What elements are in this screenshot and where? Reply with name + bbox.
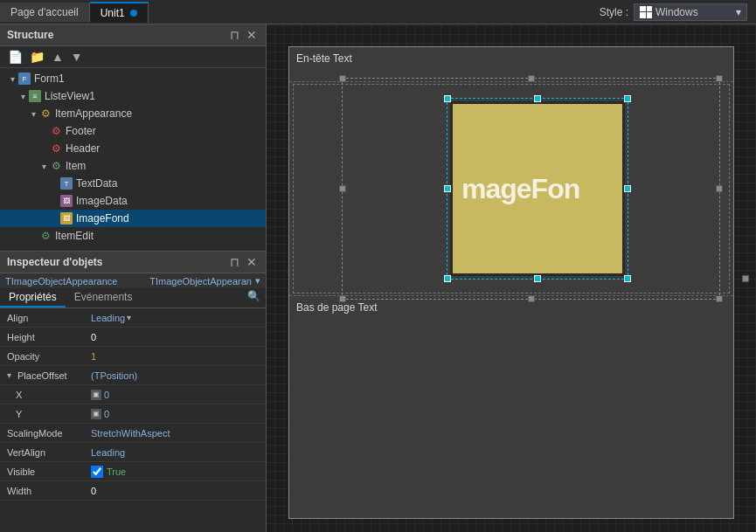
inspector-type-label: TImageObjectAppearance xyxy=(5,276,117,287)
pin-button[interactable]: ⊓ xyxy=(228,28,241,42)
prop-value-width[interactable]: 0 xyxy=(87,484,266,498)
tree-item-form1[interactable]: ▾ F Form1 xyxy=(0,70,266,87)
tab-accueil[interactable]: Page d'accueil xyxy=(0,3,90,22)
folder-button[interactable]: 📁 xyxy=(27,49,47,65)
expand-item[interactable]: ▾ xyxy=(38,162,49,171)
left-panel: Structure ⊓ ✕ 📄 📁 ▲ ▼ ▾ F Form1 xyxy=(0,24,267,532)
imagefond-icon: 🖼 xyxy=(59,211,73,225)
prop-name-width: Width xyxy=(0,484,87,498)
structure-header: Structure ⊓ ✕ xyxy=(0,24,266,46)
inspector-title: Inspecteur d'objets xyxy=(7,256,103,268)
expand-itemappearance[interactable]: ▾ xyxy=(28,109,38,119)
structure-title: Structure xyxy=(7,29,53,41)
tree-item-itemappearance[interactable]: ▾ ⚙ ItemAppearance xyxy=(0,105,266,122)
tree-label-form1: Form1 xyxy=(34,73,65,85)
tree-item-itemedit[interactable]: ⚙ ItemEdit xyxy=(0,227,266,245)
prop-row-visible: Visible True xyxy=(0,462,266,481)
main-layout: Structure ⊓ ✕ 📄 📁 ▲ ▼ ▾ F Form1 xyxy=(0,24,756,532)
canvas-resize-handle[interactable] xyxy=(742,275,749,282)
tree-item-item[interactable]: ▾ ⚙ Item xyxy=(0,157,266,175)
imagefond-element[interactable]: mageFon xyxy=(450,101,625,276)
chevron-down-icon: ▾ xyxy=(736,6,741,18)
footer-icon: ⚙ xyxy=(49,124,63,138)
form-preview[interactable]: En-tête Text xyxy=(288,46,734,519)
expand-listview1[interactable]: ▾ xyxy=(17,92,28,101)
prop-name-opacity: Opacity xyxy=(0,349,87,363)
list-icon: ≡ xyxy=(28,89,42,103)
imagedata-icon: 🖼 xyxy=(59,194,73,208)
inspector-close-button[interactable]: ✕ xyxy=(245,255,259,269)
tree-area: ▾ F Form1 ▾ ≡ ListeView1 ▾ ⚙ ItemAppeara… xyxy=(0,68,266,246)
inspector-type-dropdown[interactable]: TImageObjectAppearan ▾ xyxy=(149,275,260,287)
tree-item-footer[interactable]: ⚙ Footer xyxy=(0,122,266,140)
tree-label-textdata: TextData xyxy=(76,177,117,190)
tree-label-footer: Footer xyxy=(66,125,96,137)
tree-item-textdata[interactable]: T TextData xyxy=(0,175,266,192)
prop-row-height: Height 0 xyxy=(0,328,266,347)
form-footer-area: Bas de page Text xyxy=(289,295,733,330)
outer-handle-ml[interactable] xyxy=(339,185,346,192)
inspector-header: Inspecteur d'objets ⊓ ✕ xyxy=(0,252,266,273)
inspector-actions: ⊓ ✕ xyxy=(228,255,259,269)
style-dropdown[interactable]: Windows ▾ xyxy=(634,3,747,21)
tree-label-itemappearance: ItemAppearance xyxy=(55,107,132,120)
imagefond-container[interactable]: mageFon xyxy=(450,101,625,276)
form-icon: F xyxy=(17,72,31,86)
tree-item-imagedata[interactable]: 🖼 ImageData xyxy=(0,192,266,210)
footer-text: Bas de page Text xyxy=(296,301,378,314)
structure-panel: Structure ⊓ ✕ 📄 📁 ▲ ▼ ▾ F Form1 xyxy=(0,24,266,252)
prop-name-visible: Visible xyxy=(0,465,87,479)
tree-item-imagefond[interactable]: 🖼 ImageFond xyxy=(0,210,266,227)
tree-item-header[interactable]: ⚙ Header xyxy=(0,140,266,157)
tree-label-itemedit: ItemEdit xyxy=(55,230,94,242)
prop-row-width: Width 0 xyxy=(0,481,266,501)
prop-name-scalingmode: ScalingMode xyxy=(0,426,87,440)
prop-value-scalingmode[interactable]: StretchWithAspect xyxy=(87,426,266,440)
new-item-button[interactable]: 📄 xyxy=(5,49,25,65)
item-icon: ⚙ xyxy=(49,159,63,173)
prop-value-visible[interactable]: True xyxy=(87,464,266,480)
visible-checkbox[interactable] xyxy=(91,466,103,478)
canvas-inner: En-tête Text xyxy=(267,24,756,532)
prop-row-align: Align Leading ▾ xyxy=(0,308,266,328)
tab-properties[interactable]: Propriétés xyxy=(0,288,66,307)
prop-value-opacity[interactable]: 1 xyxy=(87,349,266,363)
search-button[interactable]: 🔍 xyxy=(242,288,266,307)
expand-form1[interactable]: ▾ xyxy=(7,74,17,84)
canvas-area: En-tête Text xyxy=(267,24,756,532)
tree-label-listview1: ListeView1 xyxy=(45,90,95,102)
prop-row-placeoffset: ▾ PlaceOffset (TPosition) xyxy=(0,366,266,385)
prop-value-y[interactable]: ▣ 0 xyxy=(87,407,266,421)
prop-row-scalingmode: ScalingMode StretchWithAspect xyxy=(0,424,266,443)
prop-value-x[interactable]: ▣ 0 xyxy=(87,388,266,402)
prop-row-y: Y ▣ 0 xyxy=(0,404,266,424)
inspector-tabs: Propriétés Evénements 🔍 xyxy=(0,288,266,308)
move-up-button[interactable]: ▲ xyxy=(49,49,66,65)
tree-label-header: Header xyxy=(66,142,100,155)
imagefond-text: mageFon xyxy=(453,164,588,214)
tab-events[interactable]: Evénements xyxy=(66,288,142,307)
gear-multi-icon: ⚙ xyxy=(38,107,52,121)
prop-row-opacity: Opacity 1 xyxy=(0,347,266,366)
prop-row-x: X ▣ 0 xyxy=(0,385,266,404)
itemedit-icon: ⚙ xyxy=(38,229,52,243)
move-down-button[interactable]: ▼ xyxy=(68,49,86,65)
prop-name-x: X xyxy=(0,388,87,402)
windows-icon xyxy=(640,6,652,18)
close-button[interactable]: ✕ xyxy=(245,28,259,42)
style-bar: Style : Windows ▾ xyxy=(600,3,756,21)
prop-value-vertalign[interactable]: Leading xyxy=(87,446,266,459)
prop-value-height[interactable]: 0 xyxy=(87,330,266,344)
inspector-pin-button[interactable]: ⊓ xyxy=(228,255,241,269)
header-icon: ⚙ xyxy=(49,142,63,155)
y-icon: ▣ xyxy=(91,409,101,419)
x-icon: ▣ xyxy=(91,390,101,400)
tab-unit1[interactable]: Unit1 xyxy=(90,2,149,23)
tab-dot xyxy=(130,10,137,17)
tree-item-listview1[interactable]: ▾ ≡ ListeView1 xyxy=(0,87,266,105)
outer-handle-mr[interactable] xyxy=(716,185,723,192)
prop-value-align[interactable]: Leading ▾ xyxy=(87,311,266,325)
form-content-area: mageFon xyxy=(293,84,730,294)
tree-label-item: Item xyxy=(66,160,86,172)
tree-label-imagefond: ImageFond xyxy=(76,212,129,225)
